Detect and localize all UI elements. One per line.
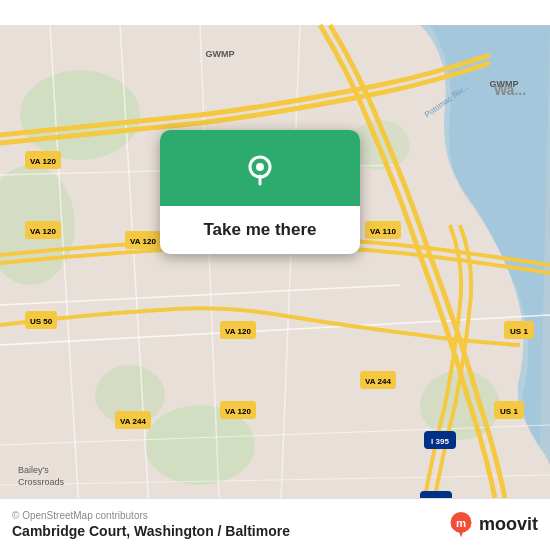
svg-text:m: m [456,516,466,528]
take-me-there-button[interactable]: Take me there [176,220,344,240]
moovit-logo: m moovit [447,511,538,539]
svg-text:VA 120: VA 120 [225,327,251,336]
bottom-info: © OpenStreetMap contributors Cambridge C… [12,510,290,539]
svg-point-1 [20,70,140,160]
svg-text:I 395: I 395 [431,437,449,446]
location-pin-icon [239,148,281,190]
svg-text:US 1: US 1 [500,407,518,416]
svg-text:US 1: US 1 [510,327,528,336]
svg-text:Wa...: Wa... [494,82,526,98]
svg-text:VA 120: VA 120 [225,407,251,416]
svg-text:US 50: US 50 [30,317,53,326]
svg-text:VA 120: VA 120 [30,157,56,166]
moovit-icon: m [447,511,475,539]
map-container: VA 120 VA 120 VA 120 VA 120 VA 120 US 50… [0,0,550,550]
svg-text:VA 120: VA 120 [30,227,56,236]
svg-text:VA 244: VA 244 [120,417,146,426]
svg-point-49 [256,163,264,171]
svg-marker-53 [458,530,463,537]
svg-text:VA 110: VA 110 [370,227,396,236]
svg-text:Bailey's: Bailey's [18,465,49,475]
bottom-bar: © OpenStreetMap contributors Cambridge C… [0,498,550,550]
attribution-text: © OpenStreetMap contributors [12,510,290,521]
moovit-brand-text: moovit [479,514,538,535]
popup-icon-section [160,130,360,206]
location-title: Cambridge Court, Washington / Baltimore [12,523,290,539]
svg-text:Crossroads: Crossroads [18,477,65,487]
location-popup: Take me there [160,130,360,254]
svg-text:VA 120: VA 120 [130,237,156,246]
svg-text:GWMP: GWMP [206,49,235,59]
map-background: VA 120 VA 120 VA 120 VA 120 VA 120 US 50… [0,0,550,550]
svg-text:VA 244: VA 244 [365,377,391,386]
popup-action-section[interactable]: Take me there [160,206,360,254]
